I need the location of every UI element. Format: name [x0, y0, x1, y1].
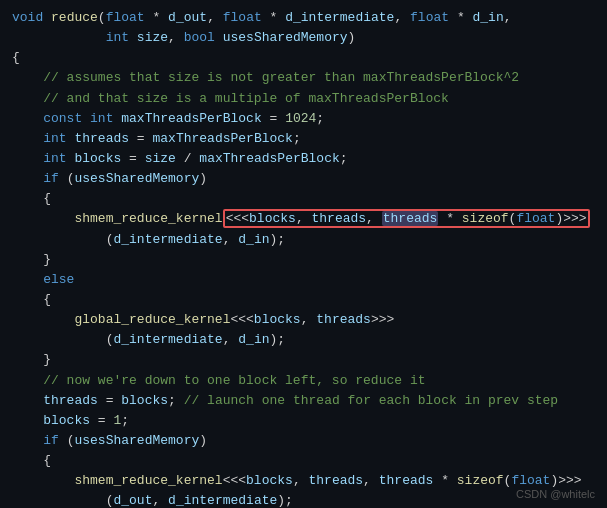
code-line-13: } — [12, 250, 595, 270]
code-line-2: int size, bool usesSharedMemory) — [12, 28, 595, 48]
code-line-22: if (usesSharedMemory) — [12, 431, 595, 451]
code-line-15: { — [12, 290, 595, 310]
code-line-12: (d_intermediate, d_in); — [12, 230, 595, 250]
code-line-23: { — [12, 451, 595, 471]
code-line-25: (d_out, d_intermediate); — [12, 491, 595, 508]
code-line-6: const int maxThreadsPerBlock = 1024; — [12, 109, 595, 129]
code-line-18: } — [12, 350, 595, 370]
code-line-5: // and that size is a multiple of maxThr… — [12, 89, 595, 109]
code-line-17: (d_intermediate, d_in); — [12, 330, 595, 350]
watermark: CSDN @whitelc — [516, 488, 595, 500]
code-line-4: // assumes that size is not greater than… — [12, 68, 595, 88]
code-line-24: shmem_reduce_kernel<<<blocks, threads, t… — [12, 471, 595, 491]
code-line-20: threads = blocks; // launch one thread f… — [12, 391, 595, 411]
code-line-19: // now we're down to one block left, so … — [12, 371, 595, 391]
code-line-16: global_reduce_kernel<<<blocks, threads>>… — [12, 310, 595, 330]
code-line-8: int blocks = size / maxThreadsPerBlock; — [12, 149, 595, 169]
code-editor: void reduce(float * d_out, float * d_int… — [0, 0, 607, 508]
code-line-9: if (usesSharedMemory) — [12, 169, 595, 189]
code-line-3: { — [12, 48, 595, 68]
code-line-11: shmem_reduce_kernel<<<blocks, threads, t… — [12, 209, 595, 229]
code-line-14: else — [12, 270, 595, 290]
code-line-1: void reduce(float * d_out, float * d_int… — [12, 8, 595, 28]
code-line-7: int threads = maxThreadsPerBlock; — [12, 129, 595, 149]
code-line-10: { — [12, 189, 595, 209]
code-line-21: blocks = 1; — [12, 411, 595, 431]
